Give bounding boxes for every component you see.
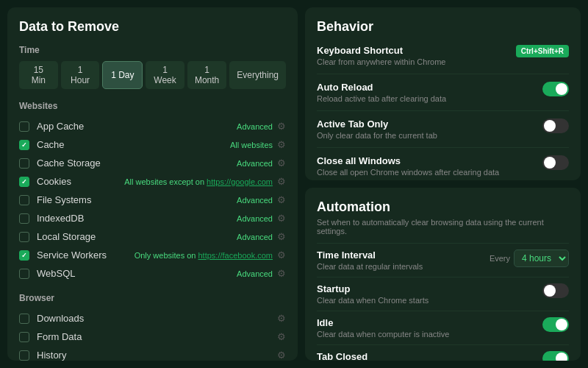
- website-detail-1: All websites: [230, 141, 273, 149]
- behavior-row-0: Keyboard ShortcutClear from anywhere wit…: [317, 38, 569, 74]
- browser-checkbox-2[interactable]: [19, 350, 29, 361]
- website-label-3: Cookies: [37, 176, 124, 187]
- automation-row-0: Time IntervalClear data at regular inter…: [317, 243, 569, 277]
- behavior-row-sub-1: Reload active tab after clearing data: [317, 94, 535, 103]
- website-link-7[interactable]: https://facebook.com: [198, 251, 273, 260]
- behavior-toggle-1[interactable]: [542, 82, 569, 96]
- behavior-row-title-0: Keyboard Shortcut: [317, 45, 509, 56]
- browser-section-label: Browser: [19, 293, 286, 303]
- website-label-7: Service Workers: [37, 250, 135, 261]
- behavior-row-sub-0: Clear from anywhere within Chrome: [317, 57, 509, 66]
- automation-card: Automation Set when to automatically cle…: [305, 188, 581, 361]
- auto-row-sub-2: Clear data when computer is inactive: [317, 330, 535, 339]
- website-gear-icon-8[interactable]: ⚙: [277, 268, 286, 279]
- automation-row-1: StartupClear data when Chrome starts: [317, 277, 569, 311]
- website-checkbox-4[interactable]: [19, 195, 29, 205]
- browser-label-2: History: [37, 350, 277, 361]
- behavior-row-title-2: Active Tab Only: [317, 118, 535, 130]
- auto-row-title-2: Idle: [317, 317, 535, 328]
- left-panel-title: Data to Remove: [19, 19, 286, 35]
- time-section-label: Time: [19, 45, 286, 55]
- website-detail-0: Advanced: [237, 122, 273, 131]
- auto-row-title-0: Time Interval: [317, 250, 482, 261]
- behavior-toggle-2[interactable]: [542, 118, 569, 133]
- website-detail-6: Advanced: [237, 233, 273, 241]
- website-detail-8: Advanced: [237, 269, 273, 278]
- time-buttons-group: 15 Min1 Hour1 Day1 Week1 MonthEverything: [19, 61, 286, 89]
- automation-row-3: Tab ClosedClear data for a tab's domain …: [317, 344, 569, 361]
- website-gear-icon-0[interactable]: ⚙: [277, 121, 286, 132]
- website-checkbox-0[interactable]: [19, 121, 29, 132]
- website-gear-icon-1[interactable]: ⚙: [277, 139, 286, 150]
- website-link-3[interactable]: https://google.com: [207, 177, 273, 186]
- website-checkbox-8[interactable]: [19, 269, 29, 279]
- website-checkbox-5[interactable]: [19, 213, 29, 224]
- auto-row-title-3: Tab Closed: [317, 351, 535, 361]
- website-label-8: WebSQL: [37, 268, 237, 279]
- website-checkbox-2[interactable]: [19, 158, 29, 169]
- website-detail-5: Advanced: [237, 214, 273, 223]
- auto-row-sub-0: Clear data at regular intervals: [317, 262, 482, 271]
- browser-gear-icon-2[interactable]: ⚙: [277, 350, 286, 361]
- browser-checkbox-0[interactable]: [19, 314, 29, 324]
- website-item-7: Service WorkersOnly websites on https://…: [19, 246, 286, 264]
- website-gear-icon-5[interactable]: ⚙: [277, 213, 286, 224]
- auto-toggle-3[interactable]: [542, 351, 569, 361]
- auto-toggle-2[interactable]: [542, 317, 569, 332]
- behavior-toggle-3[interactable]: [542, 155, 569, 170]
- website-item-4: File SystemsAdvanced⚙: [19, 191, 286, 209]
- time-btn-1week[interactable]: 1 Week: [146, 61, 184, 89]
- website-detail-7: Only websites on https://facebook.com: [135, 251, 273, 260]
- browser-item-0: Downloads⚙: [19, 309, 286, 328]
- browser-gear-icon-0[interactable]: ⚙: [277, 313, 286, 324]
- websites-list: App CacheAdvanced⚙CacheAll websites⚙Cach…: [19, 117, 286, 283]
- auto-row-sub-1: Clear data when Chrome starts: [317, 296, 535, 305]
- auto-row-title-1: Startup: [317, 283, 535, 294]
- website-checkbox-3[interactable]: [19, 177, 29, 187]
- browser-section: Browser Downloads⚙Form Data⚙History⚙Pass…: [19, 293, 286, 361]
- website-item-1: CacheAll websites⚙: [19, 135, 286, 154]
- time-btn-1month[interactable]: 1 Month: [187, 61, 226, 89]
- left-panel: Data to Remove Time 15 Min1 Hour1 Day1 W…: [7, 7, 298, 361]
- website-checkbox-6[interactable]: [19, 232, 29, 242]
- website-gear-icon-7[interactable]: ⚙: [277, 250, 286, 261]
- browser-label-0: Downloads: [37, 313, 277, 324]
- behavior-title: Behavior: [317, 19, 569, 35]
- time-btn-15min[interactable]: 15 Min: [19, 61, 58, 89]
- website-item-5: IndexedDBAdvanced⚙: [19, 209, 286, 227]
- browser-gear-icon-1[interactable]: ⚙: [277, 331, 286, 342]
- website-gear-icon-2[interactable]: ⚙: [277, 158, 286, 169]
- behavior-row-title-3: Close all Windows: [317, 155, 535, 166]
- website-checkbox-7[interactable]: [19, 250, 29, 261]
- website-label-1: Cache: [37, 139, 230, 150]
- time-btn-1hour[interactable]: 1 Hour: [61, 61, 100, 89]
- website-gear-icon-6[interactable]: ⚙: [277, 231, 286, 242]
- website-detail-4: Advanced: [237, 196, 273, 205]
- website-detail-2: Advanced: [237, 159, 273, 168]
- website-label-2: Cache Storage: [37, 158, 237, 169]
- website-detail-3: All websites except on https://google.co…: [124, 177, 273, 186]
- website-item-2: Cache StorageAdvanced⚙: [19, 154, 286, 172]
- interval-dropdown[interactable]: 4 hours: [514, 250, 569, 267]
- behavior-rows: Keyboard ShortcutClear from anywhere wit…: [317, 38, 569, 180]
- browser-checkbox-1[interactable]: [19, 332, 29, 342]
- time-btn-1day[interactable]: 1 Day: [102, 61, 143, 89]
- website-label-5: IndexedDB: [37, 213, 237, 224]
- website-checkbox-1[interactable]: [19, 140, 29, 150]
- website-item-6: Local StorageAdvanced⚙: [19, 227, 286, 246]
- website-item-3: CookiesAll websites except on https://go…: [19, 172, 286, 191]
- website-gear-icon-4[interactable]: ⚙: [277, 194, 286, 205]
- right-panel: Behavior Keyboard ShortcutClear from any…: [305, 7, 581, 361]
- automation-title: Automation: [317, 199, 569, 215]
- auto-toggle-1[interactable]: [542, 283, 569, 298]
- website-item-8: WebSQLAdvanced⚙: [19, 264, 286, 283]
- time-btn-everything[interactable]: Everything: [229, 61, 286, 89]
- behavior-card: Behavior Keyboard ShortcutClear from any…: [305, 7, 581, 180]
- behavior-row-2: Active Tab OnlyOnly clear data for the c…: [317, 110, 569, 147]
- behavior-row-1: Auto ReloadReload active tab after clear…: [317, 74, 569, 110]
- behavior-row-sub-3: Close all open Chrome windows after clea…: [317, 168, 535, 177]
- website-gear-icon-3[interactable]: ⚙: [277, 176, 286, 187]
- websites-section-label: Websites: [19, 101, 286, 111]
- website-item-0: App CacheAdvanced⚙: [19, 117, 286, 135]
- interval-every-label: Every: [490, 254, 510, 263]
